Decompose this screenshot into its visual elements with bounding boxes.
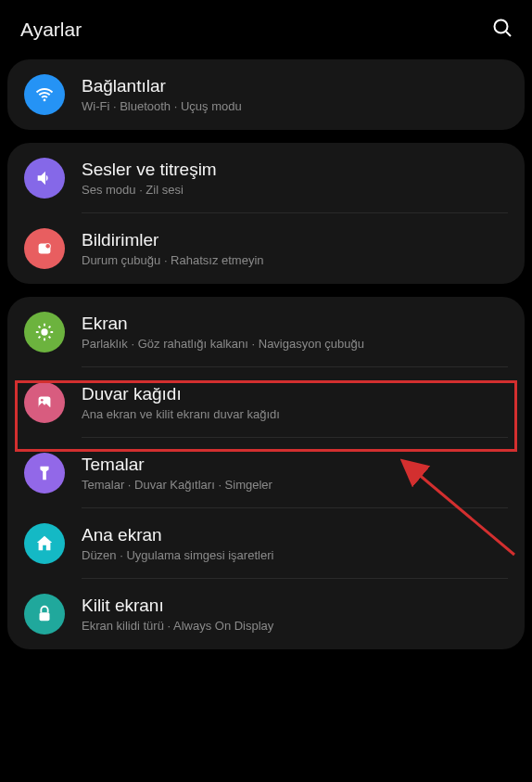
item-text: Temalar Temalar · Duvar Kağıtları · Simg… [82,455,508,492]
page-title: Ayarlar [20,19,82,41]
wifi-icon [24,74,65,115]
item-text: Kilit ekranı Ekran kilidi türü · Always … [82,596,508,633]
item-text: Bildirimler Durum çubuğu · Rahatsız etme… [82,230,508,267]
settings-group: Bağlantılar Wi-Fi · Bluetooth · Uçuş mod… [7,59,525,130]
svg-line-11 [39,337,41,339]
item-sub: Ana ekran ve kilit ekranı duvar kağıdı [82,407,508,421]
wallpaper-icon [24,382,65,423]
svg-point-14 [41,399,44,402]
settings-item-notifications[interactable]: Bildirimler Durum çubuğu · Rahatsız etme… [7,213,525,284]
svg-point-4 [41,328,47,335]
svg-point-0 [495,20,508,33]
item-sub: Ses modu · Zil sesi [82,183,508,197]
search-icon[interactable] [491,17,513,43]
settings-group: Sesler ve titreşim Ses modu · Zil sesi B… [7,143,525,284]
item-text: Duvar kağıdı Ana ekran ve kilit ekranı d… [82,384,508,421]
svg-line-1 [506,32,511,36]
item-text: Sesler ve titreşim Ses modu · Zil sesi [82,160,508,197]
settings-item-display[interactable]: Ekran Parlaklık · Göz rahatlığı kalkanı … [7,297,525,367]
item-text: Ana ekran Düzen · Uygulama simgesi işare… [82,525,508,562]
item-sub: Wi-Fi · Bluetooth · Uçuş modu [82,99,508,113]
item-text: Bağlantılar Wi-Fi · Bluetooth · Uçuş mod… [82,76,508,113]
settings-item-themes[interactable]: Temalar Temalar · Duvar Kağıtları · Simg… [7,438,525,508]
settings-item-connections[interactable]: Bağlantılar Wi-Fi · Bluetooth · Uçuş mod… [7,59,525,130]
item-sub: Temalar · Duvar Kağıtları · Simgeler [82,478,508,492]
settings-item-sounds[interactable]: Sesler ve titreşim Ses modu · Zil sesi [7,143,525,213]
item-title: Ana ekran [82,525,508,545]
item-title: Kilit ekranı [82,596,508,616]
sound-icon [24,158,65,199]
home-icon [24,523,65,564]
settings-group: Ekran Parlaklık · Göz rahatlığı kalkanı … [7,297,525,649]
settings-list: Bağlantılar Wi-Fi · Bluetooth · Uçuş mod… [0,59,532,649]
item-sub: Düzen · Uygulama simgesi işaretleri [82,548,508,562]
item-title: Bildirimler [82,230,508,250]
item-sub: Durum çubuğu · Rahatsız etmeyin [82,253,508,267]
themes-icon [24,453,65,494]
lock-icon [24,594,65,635]
settings-item-homescreen[interactable]: Ana ekran Düzen · Uygulama simgesi işare… [7,508,525,579]
item-title: Bağlantılar [82,76,508,96]
item-title: Sesler ve titreşim [82,160,508,180]
svg-point-3 [45,244,50,250]
svg-line-12 [49,327,51,328]
item-title: Ekran [82,314,508,334]
notification-icon [24,228,65,269]
brightness-icon [24,312,65,353]
item-sub: Ekran kilidi türü · Always On Display [82,619,508,633]
item-sub: Parlaklık · Göz rahatlığı kalkanı · Navi… [82,337,508,351]
item-title: Duvar kağıdı [82,384,508,404]
item-title: Temalar [82,455,508,475]
svg-line-10 [49,337,51,339]
item-text: Ekran Parlaklık · Göz rahatlığı kalkanı … [82,314,508,351]
svg-rect-15 [40,612,50,621]
header: Ayarlar [0,0,532,59]
svg-line-9 [39,327,41,328]
settings-item-lockscreen[interactable]: Kilit ekranı Ekran kilidi türü · Always … [7,579,525,649]
settings-item-wallpaper[interactable]: Duvar kağıdı Ana ekran ve kilit ekranı d… [7,367,525,438]
